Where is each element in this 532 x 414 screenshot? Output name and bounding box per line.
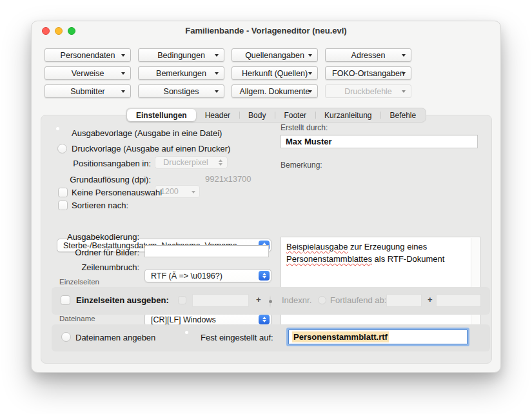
updown-chevron-icon xyxy=(215,158,226,167)
einzelseiten-input-1 xyxy=(192,294,249,307)
einzelseiten-input-2 xyxy=(386,294,422,307)
einzelseiten-group-label: Einzelseiten xyxy=(59,278,99,286)
menu-button-grid: Personendaten Bedingungen Quellenangaben… xyxy=(44,48,411,98)
ordner-fuer-bilder-input[interactable] xyxy=(144,245,269,257)
bemerkung-line2: Personenstammblattes als RTF-Dokument xyxy=(286,253,466,265)
settings-panel: Einstellungen Header Body Footer Kurzanl… xyxy=(41,115,492,364)
ordner-fuer-bilder-label: Ordner für Bilder: xyxy=(41,248,139,257)
indexnr-label: Indexnr. xyxy=(282,295,311,305)
dropdown-arrow-icon xyxy=(402,72,406,75)
dropdown-arrow-icon xyxy=(308,54,312,57)
dropdown-arrow-icon xyxy=(402,54,406,57)
checkbox-einzelseiten-ausgeben[interactable] xyxy=(61,295,70,305)
menu-button-herkunft[interactable]: Herkunft (Quellen) xyxy=(232,66,318,80)
erstellt-durch-input[interactable]: Max Muster xyxy=(281,135,478,148)
einzelseiten-ausgeben-label: Einzelseiten ausgeben: xyxy=(76,295,169,305)
radio-ausgabevorlage-label: Ausgabevorlage (Ausgabe in eine Datei) xyxy=(72,128,222,138)
window-title: Familienbande - Vorlageneditor (neu.evl) xyxy=(32,26,500,35)
menu-button-druckbefehle: Druckbefehle xyxy=(325,84,411,98)
dropdown-arrow-icon xyxy=(402,90,406,93)
dropdown-arrow-icon xyxy=(215,90,219,93)
menu-button-foko-ortsangaben[interactable]: FOKO-Ortsangaben xyxy=(325,66,411,80)
menu-button-sonstiges[interactable]: Sonstiges xyxy=(138,84,224,98)
menu-button-allgem-dokumente[interactable]: Allgem. Dokumente xyxy=(232,84,318,98)
bemerkung-label: Bemerkung: xyxy=(281,161,322,170)
updown-chevron-icon xyxy=(259,271,270,281)
tab-footer[interactable]: Footer xyxy=(275,109,315,121)
positionsangaben-label: Positionsangaben in: xyxy=(48,159,151,168)
radio-fortlaufend xyxy=(318,296,326,304)
keine-personenauswahl-label: Keine Personenauswahl xyxy=(72,188,162,197)
plus-label-2: + xyxy=(428,295,433,304)
menu-button-adressen[interactable]: Adressen xyxy=(325,48,411,62)
dropdown-arrow-icon xyxy=(308,72,312,75)
tab-befehle[interactable]: Befehle xyxy=(380,109,425,121)
dateiname-groupbox: Dateinamen angeben Fest eingestellt auf:… xyxy=(52,324,490,351)
radio-druckvorlage-label: Druckvorlage (Ausgabe auf einen Drucker) xyxy=(72,144,230,153)
zeilenumbruch-label: Zeilenumbruch: xyxy=(41,262,139,272)
app-window: Familienbande - Vorlageneditor (neu.evl)… xyxy=(31,21,501,373)
bemerkung-line1: Beispielausgabe zur Erzeugung eines xyxy=(286,241,466,253)
fortlaufend-label: Fortlaufend ab: xyxy=(330,295,386,305)
dropdown-arrow-icon xyxy=(308,90,312,93)
checkbox-sortieren-nach[interactable] xyxy=(58,201,68,210)
updown-chevron-icon xyxy=(259,315,270,324)
dateinamen-angeben-label: Dateinamen angeben xyxy=(75,333,155,342)
menu-button-submitter[interactable]: Submitter xyxy=(44,84,131,98)
dropdown-arrow-icon xyxy=(121,54,125,57)
menu-button-bemerkungen[interactable]: Bemerkungen xyxy=(138,66,224,80)
positionsangaben-popup: Druckerpixel xyxy=(155,156,228,169)
erstellt-durch-label: Erstellt durch: xyxy=(281,123,328,132)
grundaufloesung-label: Grundauflösung (dpi): xyxy=(48,175,151,184)
plus-label-1: + xyxy=(256,295,261,304)
dateiname-input[interactable]: Personenstammblatt.rtf xyxy=(288,330,468,344)
dropdown-arrow-icon xyxy=(121,72,125,75)
tab-einstellungen[interactable]: Einstellungen xyxy=(127,109,196,121)
tab-kurzanleitung[interactable]: Kurzanleitung xyxy=(315,109,380,121)
sortieren-nach-label: Sortieren nach: xyxy=(72,201,128,210)
einzelseiten-input-3 xyxy=(436,294,481,307)
ausgabekodierung-popup[interactable]: RTF (Ä => \u0196?) xyxy=(144,269,271,282)
tab-body[interactable]: Body xyxy=(239,109,275,121)
menu-button-quellenangaben[interactable]: Quellenangaben xyxy=(232,48,318,62)
tab-header[interactable]: Header xyxy=(196,109,239,121)
checkbox-einzelseiten-extra xyxy=(178,296,186,304)
radio-druckvorlage[interactable] xyxy=(57,144,67,153)
menu-button-personendaten[interactable]: Personendaten xyxy=(44,48,131,62)
radio-dateinamen-angeben[interactable] xyxy=(61,332,71,342)
einzelseiten-groupbox: Einzelseiten ausgeben: + Indexnr. Fortla… xyxy=(52,287,490,315)
tab-bar: Einstellungen Header Body Footer Kurzanl… xyxy=(126,108,426,123)
down-chevron-icon xyxy=(192,191,195,193)
menu-button-verweise[interactable]: Verweise xyxy=(44,66,131,80)
radio-indexnr xyxy=(270,295,271,308)
resolution-size-value: 9921x13700 xyxy=(205,174,251,184)
dateiname-group-label: Dateiname xyxy=(59,315,95,322)
dropdown-arrow-icon xyxy=(215,54,219,57)
dropdown-arrow-icon xyxy=(121,90,125,93)
dropdown-arrow-icon xyxy=(215,72,219,75)
fest-eingestellt-label: Fest eingestellt auf: xyxy=(201,333,273,342)
checkbox-keine-personenauswahl[interactable] xyxy=(58,188,68,197)
title-bar: Familienbande - Vorlageneditor (neu.evl) xyxy=(32,21,500,41)
menu-button-bedingungen[interactable]: Bedingungen xyxy=(138,48,224,62)
ausgabekodierung-label: Ausgabekodierung: xyxy=(41,232,139,242)
